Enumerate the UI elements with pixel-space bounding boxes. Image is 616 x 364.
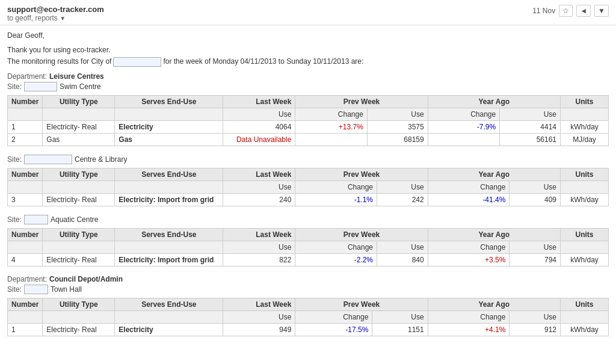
table-row: 1 Electricity- Real Electricity 949 -17.…: [8, 324, 609, 336]
th-units: Units: [561, 168, 609, 181]
td-utility: Electricity- Real: [43, 254, 115, 267]
th-utility: Utility Type: [43, 168, 115, 181]
site-label: Site:: [7, 82, 22, 91]
table-header-row: Number Utility Type Serves End-Use Last …: [8, 229, 609, 241]
th-prevweek: Prev Week: [295, 298, 428, 311]
td-yearago-change: +3.5%: [428, 254, 510, 267]
more-button[interactable]: ▼: [594, 5, 609, 17]
email-from-block: support@eco-tracker.com to geoff, report…: [7, 5, 104, 22]
th-units: Units: [561, 96, 609, 108]
site-name-swim: Swim Centre: [60, 82, 101, 91]
td-utility: Electricity- Real: [43, 121, 115, 134]
site-input-townhall[interactable]: [24, 285, 48, 294]
site-input-centre[interactable]: [24, 155, 72, 164]
td-number: 1: [8, 324, 43, 336]
city-input[interactable]: [113, 57, 161, 67]
table-header-row: Number Utility Type Serves End-Use Last …: [8, 298, 609, 311]
email-from: support@eco-tracker.com: [7, 5, 104, 14]
table-subheader-row: Use Change Use Change Use: [8, 181, 609, 194]
td-serves: Electricity: [115, 324, 223, 336]
department-section-leisure: Department: Leisure Centres Site: Swim C…: [7, 72, 609, 267]
site-label: Site:: [7, 155, 22, 164]
table-centre: Number Utility Type Serves End-Use Last …: [7, 168, 609, 206]
td-serves: Electricity: [115, 121, 223, 134]
star-button[interactable]: ☆: [559, 5, 573, 17]
td-yearago-use: 409: [510, 194, 561, 206]
site-section-townhall: Site: Town Hall Number Utility Type Serv…: [7, 285, 609, 336]
td-units: kWh/day: [561, 121, 609, 134]
site-line-centre: Site: Centre & Library: [7, 155, 609, 164]
table-subheader-row: Use Change Use Change Use: [8, 241, 609, 254]
intro-prefix: The monitoring results for City of: [7, 56, 111, 67]
table-row: 4 Electricity- Real Electricity: Import …: [8, 254, 609, 267]
th-sub-use2: Use: [367, 108, 428, 121]
site-section-aquatic: Site: Aquatic Centre Number Utility Type…: [7, 215, 609, 267]
td-prevweek-use: 68159: [367, 134, 428, 146]
th-utility: Utility Type: [43, 229, 115, 241]
td-yearago-change: +4.1%: [428, 324, 510, 336]
email-body: Dear Geoff, Thank you for using eco-trac…: [0, 25, 616, 351]
site-input-swim[interactable]: [24, 82, 57, 91]
td-prevweek-change: -2.2%: [295, 254, 377, 267]
td-utility: Electricity- Real: [43, 194, 115, 206]
email-actions: 11 Nov ☆ ◄ ▼: [532, 5, 609, 17]
dropdown-icon[interactable]: ▼: [60, 15, 66, 22]
site-line-swim: Site: Swim Centre: [7, 82, 609, 91]
td-units: kWh/day: [561, 194, 609, 206]
table-header-row: Number Utility Type Serves End-Use Last …: [8, 96, 609, 108]
dept-name-leisure: Leisure Centres: [49, 72, 104, 81]
th-units: Units: [561, 298, 609, 311]
dept-line-council: Department: Council Depot/Admin: [7, 275, 609, 283]
site-line-townhall: Site: Town Hall: [7, 285, 609, 294]
th-units: Units: [561, 229, 609, 241]
td-serves: Gas: [115, 134, 223, 146]
th-serves: Serves End-Use: [115, 229, 223, 241]
td-lastweek-use: 822: [223, 254, 295, 267]
td-lastweek-use: 949: [223, 324, 295, 336]
reply-button[interactable]: ◄: [576, 5, 591, 17]
td-lastweek-use: 4064: [223, 121, 295, 134]
th-sub-empty2: [43, 108, 115, 121]
email-header: support@eco-tracker.com to geoff, report…: [0, 0, 616, 25]
th-serves: Serves End-Use: [115, 298, 223, 311]
th-prevweek: Prev Week: [295, 96, 428, 108]
site-name-centre: Centre & Library: [75, 155, 127, 164]
td-prevweek-change: -17.5%: [295, 324, 372, 336]
td-yearago-change: -41.4%: [428, 194, 510, 206]
th-number: Number: [8, 298, 43, 311]
th-prevweek: Prev Week: [295, 168, 428, 181]
table-row: 1 Electricity- Real Electricity 4064 +13…: [8, 121, 609, 134]
td-prevweek-use: 242: [377, 194, 428, 206]
td-units: kWh/day: [561, 324, 609, 336]
site-section-centre: Site: Centre & Library Number Utility Ty…: [7, 155, 609, 206]
table-subheader-row: Use Change Use Change Use: [8, 311, 609, 324]
th-sub-empty3: [115, 108, 223, 121]
table-townhall: Number Utility Type Serves End-Use Last …: [7, 298, 609, 336]
td-yearago-use: 56161: [500, 134, 561, 146]
td-prevweek-use: 1151: [372, 324, 428, 336]
intro: Thank you for using eco-tracker. The mon…: [7, 45, 609, 67]
th-yearago: Year Ago: [428, 96, 560, 108]
greeting: Dear Geoff,: [7, 31, 609, 40]
td-units: kWh/day: [561, 254, 609, 267]
td-number: 4: [8, 254, 43, 267]
table-subheader-row: Use Change Use Change Use: [8, 108, 609, 121]
td-prevweek-change: +13.7%: [295, 121, 368, 134]
th-sub-use1: Use: [223, 108, 295, 121]
th-number: Number: [8, 229, 43, 241]
th-yearago: Year Ago: [428, 229, 560, 241]
td-serves: Electricity: Import from grid: [115, 254, 223, 267]
site-input-aquatic[interactable]: [24, 215, 48, 224]
site-label: Site:: [7, 215, 22, 224]
th-serves: Serves End-Use: [115, 96, 223, 108]
email-date: 11 Nov: [532, 7, 555, 15]
td-yearago-change: -7.9%: [428, 121, 500, 134]
dept-name-council: Council Depot/Admin: [49, 275, 123, 283]
th-number: Number: [8, 96, 43, 108]
dept-label: Department:: [7, 275, 47, 283]
td-prevweek-change: [295, 134, 368, 146]
th-sub-empty1: [8, 108, 43, 121]
th-yearago: Year Ago: [428, 168, 560, 181]
td-number: 2: [8, 134, 43, 146]
td-prevweek-use: 840: [377, 254, 428, 267]
